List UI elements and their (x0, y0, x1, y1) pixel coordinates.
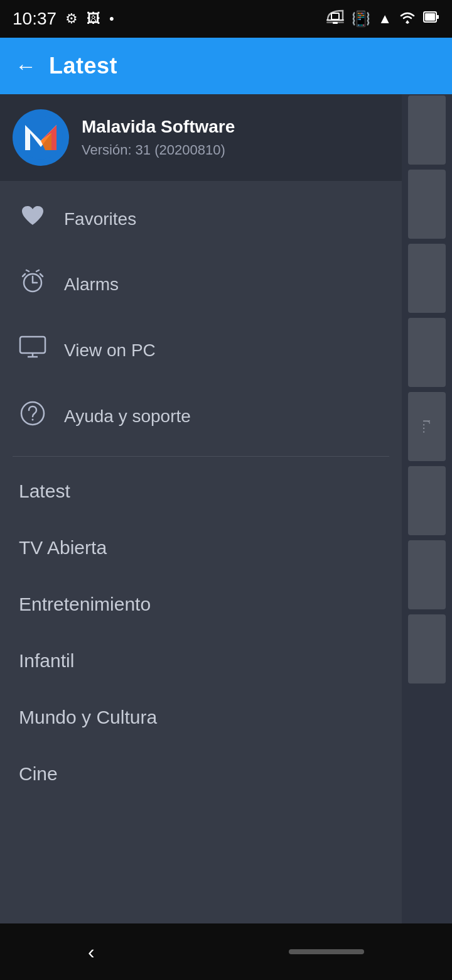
content-preview-2 (408, 170, 446, 239)
bottom-nav: ‹ (0, 923, 452, 980)
wifi-icon (399, 10, 416, 28)
heart-icon (19, 205, 46, 233)
profile-section: Malavida Software Versión: 31 (20200810) (0, 94, 402, 181)
status-right: 📳 ▲ (326, 9, 439, 28)
category-latest-label: Latest (19, 481, 70, 501)
monitor-icon (19, 335, 46, 365)
profile-info: Malavida Software Versión: 31 (20200810) (82, 117, 389, 158)
content-preview-1 (408, 95, 446, 165)
nav-back-button[interactable]: ‹ (88, 940, 95, 964)
menu-item-help[interactable]: Ayuda y soporte (0, 383, 402, 450)
alarms-label: Alarms (64, 275, 119, 295)
nav-home-indicator[interactable] (289, 949, 364, 954)
profile-name: Malavida Software (82, 117, 389, 137)
svg-rect-3 (333, 22, 338, 24)
help-label: Ayuda y soporte (64, 406, 191, 427)
category-infantil-label: Infantil (19, 650, 74, 671)
divider (13, 456, 389, 457)
menu-item-alarms[interactable]: Alarms (0, 251, 402, 318)
cast-icon (326, 9, 344, 28)
category-entretenimiento[interactable]: Entretenimiento (0, 576, 402, 633)
svg-point-17 (21, 402, 44, 425)
category-tv-abierta[interactable]: TV Abierta (0, 520, 402, 576)
alarm-icon (19, 269, 46, 300)
status-time: 10:37 (13, 9, 56, 29)
main-content: Malavida Software Versión: 31 (20200810)… (0, 94, 452, 980)
svg-rect-2 (331, 13, 339, 19)
settings-icon: ⚙ (65, 11, 78, 27)
content-preview-4 (408, 318, 446, 387)
battery-icon (423, 10, 439, 28)
vibrate-icon: 📳 (352, 10, 370, 28)
svg-rect-5 (425, 13, 435, 21)
wifi-signal-icon: ▲ (378, 11, 392, 27)
category-mundo-y-cultura-label: Mundo y Cultura (19, 707, 157, 727)
back-button[interactable]: ← (15, 54, 36, 79)
content-preview-text: r... (408, 392, 446, 461)
content-preview-3 (408, 244, 446, 313)
help-icon (19, 401, 46, 432)
category-entretenimiento-label: Entretenimiento (19, 594, 151, 614)
category-tv-abierta-label: TV Abierta (19, 537, 107, 558)
category-mundo-y-cultura[interactable]: Mundo y Cultura (0, 689, 402, 746)
menu-item-view-on-pc[interactable]: View on PC (0, 318, 402, 383)
category-cine[interactable]: Cine (0, 746, 402, 802)
status-left: 10:37 ⚙ 🖼 • (13, 9, 114, 29)
drawer: Malavida Software Versión: 31 (20200810)… (0, 94, 402, 980)
content-preview-5 (408, 466, 446, 535)
category-cine-label: Cine (19, 763, 58, 784)
view-on-pc-label: View on PC (64, 340, 156, 361)
app-logo (13, 109, 69, 166)
right-content-bar: r... (402, 94, 452, 980)
content-preview-7 (408, 614, 446, 683)
svg-rect-14 (20, 337, 45, 353)
app-bar-title: Latest (49, 53, 117, 79)
menu-item-favorites[interactable]: Favorites (0, 187, 402, 251)
favorites-label: Favorites (64, 209, 136, 229)
gallery-icon: 🖼 (87, 11, 100, 27)
profile-version: Versión: 31 (20200810) (82, 142, 389, 158)
content-preview-6 (408, 540, 446, 609)
category-infantil[interactable]: Infantil (0, 633, 402, 689)
notification-dot: • (109, 11, 114, 27)
svg-point-18 (32, 419, 34, 421)
status-bar: 10:37 ⚙ 🖼 • 📳 ▲ (0, 0, 452, 38)
category-latest[interactable]: Latest (0, 463, 402, 520)
app-bar: ← Latest (0, 38, 452, 94)
svg-rect-6 (436, 15, 439, 19)
